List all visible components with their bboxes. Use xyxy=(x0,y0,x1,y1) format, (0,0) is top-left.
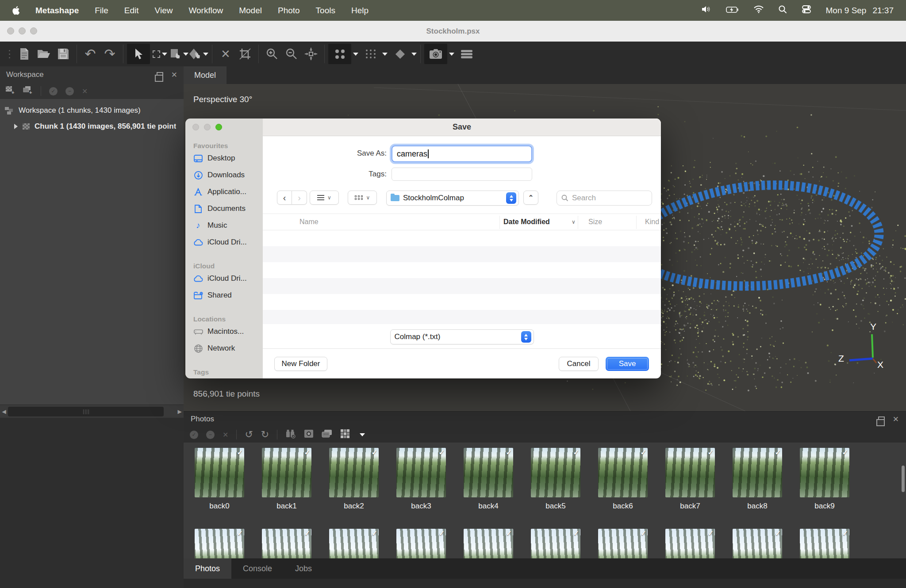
photo-thumbnail[interactable]: ✓back6 xyxy=(598,448,648,511)
sidebar-item-icloud-drive[interactable]: iCloud Dri... xyxy=(185,234,263,251)
redo-button[interactable]: ↷ xyxy=(100,44,119,64)
photo-image[interactable]: ✓ xyxy=(396,529,446,558)
save-button[interactable] xyxy=(54,44,73,64)
photo-image[interactable]: ✓ xyxy=(800,529,849,558)
menu-item-photo[interactable]: Photo xyxy=(278,6,300,15)
workspace-close-icon[interactable]: ✕ xyxy=(171,71,177,79)
tags-input[interactable] xyxy=(392,168,532,181)
photo-image[interactable]: ✓ xyxy=(665,448,715,497)
disable-item-icon[interactable]: − xyxy=(65,87,74,95)
menu-item-metashape[interactable]: Metashape xyxy=(35,6,79,15)
photo-thumbnail[interactable]: ✓ xyxy=(733,529,782,558)
tree-item-workspace[interactable]: Workspace (1 chunks, 1430 images) xyxy=(4,103,184,118)
column-size[interactable]: Size xyxy=(588,218,602,226)
photo-image[interactable]: ✓ xyxy=(396,448,446,497)
photo-image[interactable]: ✓ xyxy=(800,448,849,497)
show-cameras-button[interactable] xyxy=(424,44,447,64)
photos-float-icon[interactable] xyxy=(878,416,885,422)
menu-item-edit[interactable]: Edit xyxy=(124,6,139,15)
tree-item-chunk[interactable]: Chunk 1 (1430 images, 856,901 tie point xyxy=(4,118,184,134)
photo-image[interactable]: ✓ xyxy=(464,448,513,497)
column-name[interactable]: Name xyxy=(299,218,319,226)
search-field[interactable]: Search xyxy=(557,191,652,206)
photo-thumbnail[interactable]: ✓back8 xyxy=(733,448,782,511)
photo-thumbnail[interactable]: ✓back4 xyxy=(464,448,513,511)
tab-jobs[interactable]: Jobs xyxy=(284,558,323,579)
photo-thumbnail[interactable]: ✓back2 xyxy=(329,448,379,511)
cancel-button[interactable]: Cancel xyxy=(559,357,599,371)
fit-view-button[interactable] xyxy=(301,44,321,64)
menu-clock[interactable]: Mon 9 Sep 21:37 xyxy=(826,6,894,15)
menu-item-workflow[interactable]: Workflow xyxy=(188,6,223,15)
photo-thumbnail[interactable]: ✓ xyxy=(396,529,446,558)
point-cloud-view-caret[interactable] xyxy=(353,53,358,56)
photo-image[interactable]: ✓ xyxy=(262,448,311,497)
photo-image[interactable]: ✓ xyxy=(531,529,580,558)
file-list[interactable] xyxy=(263,230,661,324)
workspace-float-icon[interactable] xyxy=(157,72,163,77)
crop-region-button[interactable] xyxy=(235,44,255,64)
rotate-right-icon[interactable]: ↻ xyxy=(261,429,269,440)
photos-enable-icon[interactable]: ✓ xyxy=(190,431,198,439)
photo-image[interactable]: ✓ xyxy=(733,448,782,497)
rotate-left-icon[interactable]: ↺ xyxy=(245,429,253,440)
battery-icon[interactable] xyxy=(726,6,739,15)
zoom-in-button[interactable] xyxy=(262,44,282,64)
photo-thumbnail[interactable]: ✓ xyxy=(262,529,311,558)
sidebar-item-applications[interactable]: Applicatio... xyxy=(185,183,263,200)
photos-disable-icon[interactable]: − xyxy=(206,431,215,439)
navigation-button[interactable] xyxy=(189,44,208,64)
window-minimize-button[interactable] xyxy=(19,27,26,34)
point-cloud-view-button[interactable] xyxy=(328,44,351,64)
add-photos-icon[interactable]: + xyxy=(23,86,33,96)
scroll-left-arrow-icon[interactable]: ◀ xyxy=(0,409,8,415)
apple-menu-icon[interactable] xyxy=(12,6,20,15)
filter-photos-icon[interactable] xyxy=(285,429,296,440)
photo-image[interactable]: ✓ xyxy=(598,529,648,558)
photo-image[interactable]: ✓ xyxy=(195,448,244,497)
photo-thumbnail[interactable]: ✓ xyxy=(598,529,648,558)
photo-image[interactable]: ✓ xyxy=(531,448,580,497)
photo-thumbnail[interactable]: ✓back3 xyxy=(396,448,446,511)
window-zoom-button[interactable] xyxy=(30,27,37,34)
up-directory-button[interactable]: ⌃ xyxy=(523,191,538,205)
sidebar-item-desktop[interactable]: Desktop xyxy=(185,150,263,167)
photo-image[interactable]: ✓ xyxy=(665,529,715,558)
sidebar-item-music[interactable]: ♪ Music xyxy=(185,217,263,234)
photo-view-mode-icon[interactable] xyxy=(304,429,314,440)
group-view-button[interactable]: ∨ xyxy=(348,191,377,205)
photo-image[interactable]: ✓ xyxy=(262,529,311,558)
ortho-layers-button[interactable] xyxy=(457,44,476,64)
sidebar-item-icloud-drive-2[interactable]: iCloud Dri... xyxy=(185,270,263,287)
photo-thumbnail[interactable]: ✓ xyxy=(464,529,513,558)
photo-image[interactable]: ✓ xyxy=(464,529,513,558)
photos-vscrollbar-thumb[interactable] xyxy=(902,466,905,492)
scroll-right-arrow-icon[interactable]: ▶ xyxy=(176,409,184,415)
show-cameras-caret[interactable] xyxy=(449,53,454,56)
zoom-out-button[interactable] xyxy=(282,44,301,64)
list-view-button[interactable]: ∨ xyxy=(310,191,339,205)
sidebar-item-downloads[interactable]: Downloads xyxy=(185,167,263,183)
sidebar-item-documents[interactable]: Documents xyxy=(185,200,263,217)
hscrollbar-thumb[interactable] xyxy=(8,407,164,416)
column-kind[interactable]: Kind xyxy=(645,218,659,226)
dialog-minimize-button[interactable] xyxy=(204,124,211,130)
photo-image[interactable]: ✓ xyxy=(733,529,782,558)
open-document-button[interactable] xyxy=(34,44,54,64)
add-chunk-icon[interactable]: + xyxy=(5,86,15,96)
spotlight-search-icon[interactable] xyxy=(778,5,787,16)
format-popup[interactable]: Colmap (*.txt) xyxy=(390,329,534,344)
dialog-zoom-button[interactable] xyxy=(215,124,222,130)
photos-remove-icon[interactable]: ✕ xyxy=(223,431,228,439)
photo-thumbnail[interactable]: ✓ xyxy=(665,529,715,558)
rotate-object-button[interactable] xyxy=(169,44,189,64)
save-confirm-button[interactable]: Save xyxy=(606,357,649,371)
sidebar-item-shared[interactable]: Shared xyxy=(185,287,263,304)
menu-item-model[interactable]: Model xyxy=(239,6,262,15)
photo-image[interactable]: ✓ xyxy=(329,529,379,558)
menu-item-file[interactable]: File xyxy=(95,6,108,15)
sidebar-item-network[interactable]: Network xyxy=(185,340,263,357)
selection-arrow-button[interactable] xyxy=(127,44,150,64)
filename-input[interactable]: cameras xyxy=(392,145,532,162)
back-button[interactable]: ‹ xyxy=(277,191,292,205)
